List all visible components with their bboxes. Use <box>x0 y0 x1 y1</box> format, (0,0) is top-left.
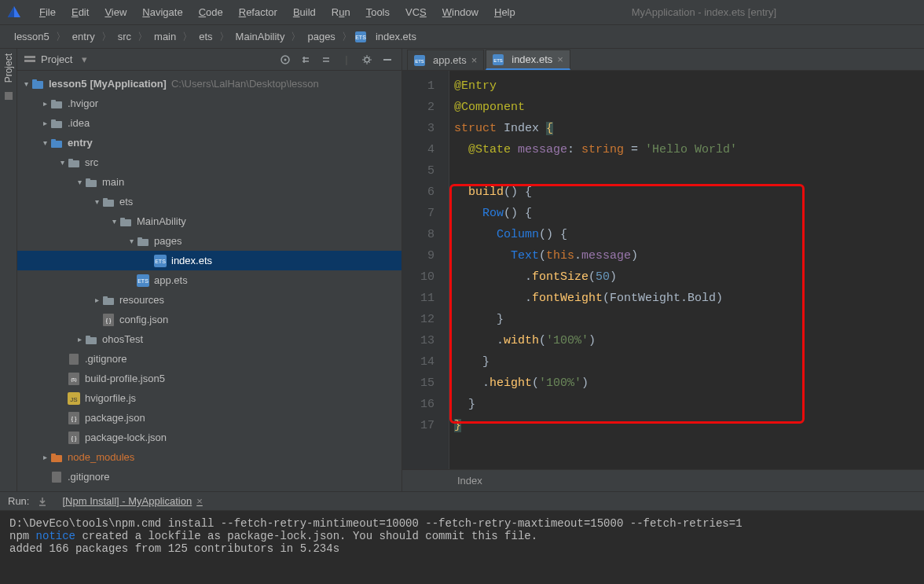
tree-mainability[interactable]: ▾MainAbility <box>17 211 402 231</box>
editor-body[interactable]: 1234567891011121314151617 @Entry @Compon… <box>402 71 924 469</box>
locate-button[interactable] <box>277 52 293 68</box>
folder-icon <box>102 294 116 307</box>
tree-pages[interactable]: ▾pages <box>17 231 402 251</box>
tree-index-ets[interactable]: ETSindex.ets <box>17 251 402 270</box>
breadcrumb-index[interactable]: index.ets <box>372 31 420 42</box>
breadcrumb-src[interactable]: src <box>115 31 134 42</box>
tree-src[interactable]: ▾src <box>17 152 402 172</box>
code-area[interactable]: @Entry @Component struct Index { @State … <box>449 71 924 469</box>
line-gutter: 1234567891011121314151617 <box>402 71 449 469</box>
svg-rect-36 <box>86 336 90 338</box>
tree-hvigorfile[interactable]: JShvigorfile.js <box>17 388 402 408</box>
collapse-all-button[interactable] <box>318 52 334 68</box>
tree-ets[interactable]: ▾ets <box>17 192 402 211</box>
svg-text:ETS: ETS <box>415 59 424 64</box>
folder-icon <box>85 333 99 346</box>
svg-rect-2 <box>5 92 13 100</box>
folder-icon <box>68 156 82 169</box>
rail-icon[interactable] <box>3 90 14 101</box>
divider: | <box>339 52 354 68</box>
menu-help[interactable]: Help <box>486 3 523 21</box>
tree-ohostest[interactable]: ▸ohosTest <box>17 329 402 349</box>
folder-icon <box>119 215 134 228</box>
svg-rect-37 <box>69 354 79 365</box>
expand-all-button[interactable] <box>298 52 314 68</box>
tree-gitignore2[interactable]: .gitignore <box>17 467 402 487</box>
svg-rect-25 <box>138 239 148 246</box>
menu-window[interactable]: Window <box>434 3 486 21</box>
module-folder-icon <box>50 137 64 149</box>
tree-hvigor[interactable]: ▸.hvigor <box>17 94 402 113</box>
svg-rect-16 <box>51 139 56 141</box>
menu-tools[interactable]: Tools <box>358 3 398 21</box>
tab-app-ets[interactable]: ETS app.ets × <box>407 50 484 70</box>
svg-rect-32 <box>103 296 108 299</box>
menu-run[interactable]: Run <box>324 3 358 21</box>
menu-code[interactable]: Code <box>191 3 231 21</box>
tree-main[interactable]: ▾main <box>17 172 402 192</box>
svg-rect-24 <box>120 218 125 220</box>
run-tab-npm-install[interactable]: [Npm Install] - MyApplication × <box>56 494 208 509</box>
run-panel-tabs: Run: [Npm Install] - MyApplication × <box>0 492 924 511</box>
settings-button[interactable] <box>359 52 375 68</box>
svg-text:{ }: { } <box>72 416 77 422</box>
svg-text:{5}: {5} <box>71 377 76 382</box>
breadcrumb-main[interactable]: main <box>151 31 179 42</box>
ets-file-icon: ETS <box>414 55 425 66</box>
editor-breadcrumb-status[interactable]: Index <box>402 469 924 491</box>
editor-pane: ETS app.ets × ETS index.ets × 1234567891… <box>402 49 924 491</box>
run-output[interactable]: D:\DevEco\tools\npm.cmd install --fetch-… <box>0 511 924 584</box>
json-file-icon: { } <box>68 412 82 424</box>
menu-vcs[interactable]: VCS <box>398 3 434 21</box>
svg-rect-22 <box>103 198 108 200</box>
ets-file-icon: ETS <box>154 255 168 267</box>
menu-build[interactable]: Build <box>285 3 324 21</box>
project-dropdown-icon[interactable]: ▾ <box>82 53 87 65</box>
folder-icon <box>102 196 116 208</box>
hide-button[interactable] <box>380 52 395 68</box>
tree-app-ets[interactable]: ETSapp.ets <box>17 270 402 290</box>
folder-icon <box>137 235 151 248</box>
svg-text:{ }: { } <box>72 435 77 442</box>
tree-package[interactable]: { }package.json <box>17 408 402 428</box>
tree-idea[interactable]: ▸.idea <box>17 113 402 133</box>
tree-root[interactable]: ▾ lesson5 [MyApplication] C:\Users\LalHa… <box>17 74 402 94</box>
breadcrumb-ets[interactable]: ets <box>196 31 215 42</box>
tree-nodemodules[interactable]: ▸node_modules <box>17 447 402 467</box>
svg-rect-23 <box>120 219 131 226</box>
close-icon[interactable]: × <box>557 53 563 65</box>
left-tool-rail: Project <box>0 49 17 491</box>
folder-icon <box>50 117 64 130</box>
menu-file[interactable]: File <box>31 3 64 21</box>
tree-buildprofile[interactable]: {5}build-profile.json5 <box>17 369 402 388</box>
close-icon[interactable]: × <box>471 54 478 66</box>
svg-rect-20 <box>86 178 90 181</box>
run-label: Run: <box>8 495 29 507</box>
breadcrumb-entry[interactable]: entry <box>69 31 98 42</box>
close-icon[interactable]: × <box>196 495 203 507</box>
svg-rect-10 <box>32 79 37 82</box>
project-tree[interactable]: ▾ lesson5 [MyApplication] C:\Users\LalHa… <box>17 71 402 491</box>
breadcrumb-pages[interactable]: pages <box>304 31 338 42</box>
tree-entry[interactable]: ▾entry <box>17 133 402 152</box>
svg-rect-48 <box>52 472 61 483</box>
editor-tabs: ETS app.ets × ETS index.ets × <box>402 49 924 71</box>
svg-rect-47 <box>51 454 56 456</box>
js-file-icon: JS <box>68 392 82 405</box>
menu-edit[interactable]: Edit <box>64 3 97 21</box>
svg-rect-3 <box>24 56 35 58</box>
tree-gitignore[interactable]: .gitignore <box>17 349 402 369</box>
menu-view[interactable]: View <box>97 3 134 21</box>
tree-packagelock[interactable]: { }package-lock.json <box>17 428 402 447</box>
tree-config[interactable]: { }config.json <box>17 310 402 329</box>
svg-text:ETS: ETS <box>493 58 503 63</box>
breadcrumb-lesson5[interactable]: lesson5 <box>11 31 53 42</box>
menu-refactor[interactable]: Refactor <box>231 3 285 21</box>
tree-resources[interactable]: ▸resources <box>17 290 402 310</box>
breadcrumb-mainability[interactable]: MainAbility <box>233 31 288 42</box>
rail-project[interactable]: Project <box>3 53 14 83</box>
menu-navigate[interactable]: Navigate <box>134 3 190 21</box>
library-folder-icon <box>50 451 64 464</box>
project-pane-title[interactable]: Project <box>41 53 72 65</box>
tab-index-ets[interactable]: ETS index.ets × <box>486 50 570 70</box>
